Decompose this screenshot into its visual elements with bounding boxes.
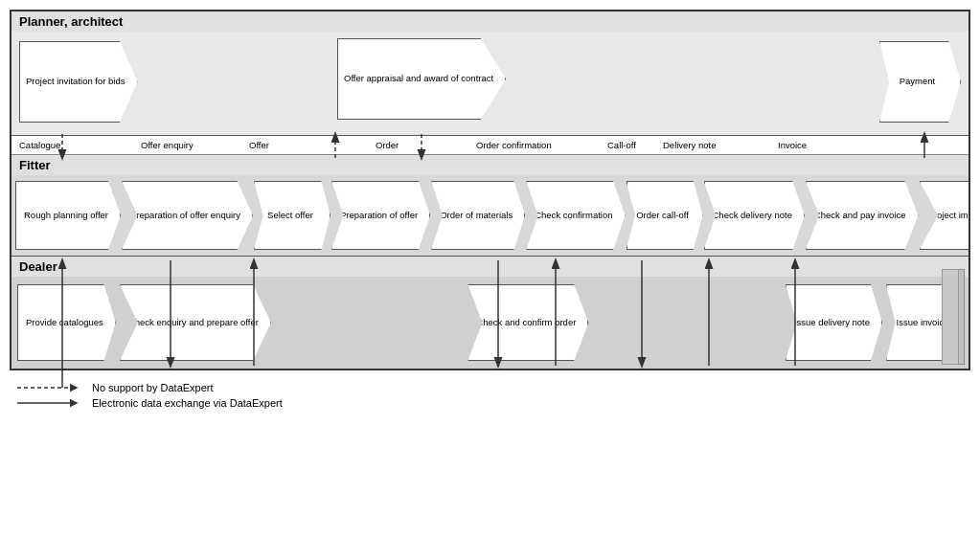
legend: No support by DataExpert Electronic data…	[10, 378, 970, 413]
legend-solid-label: Electronic data exchange via DataExpert	[92, 397, 283, 409]
dealer-title: Dealer	[11, 257, 969, 277]
planner-title: Planner, architect	[11, 11, 969, 32]
fitter-label-f6: Check confirmation	[535, 210, 612, 221]
dealer-label-d4: Issue delivery note	[794, 317, 870, 328]
label-offer: Offer	[249, 140, 269, 150]
fitter-shape-f3: Select offer	[254, 181, 330, 250]
label-offer-enquiry: Offer enquiry	[141, 140, 194, 150]
fitter-shape-f5: Order of materials	[431, 181, 525, 250]
dealer-content: Provide catalogues Check enquiry and pre…	[11, 277, 969, 369]
fitter-label-f1: Rough planning offer	[24, 210, 108, 221]
fitter-label-f8: Check delivery note	[713, 210, 792, 221]
fitter-lane: Fitter Rough planning offer Preparation …	[11, 155, 969, 257]
fitter-shape-f10: Project implementation and billing	[920, 181, 969, 250]
diagram-outer: Planner, architect Project invitation fo…	[10, 10, 970, 370]
label-catalogue: Catalogue	[19, 140, 60, 150]
legend-solid: Electronic data exchange via DataExpert	[17, 397, 963, 409]
planner-label-p2: Offer appraisal and award of contract	[344, 73, 493, 84]
legend-dashed-label: No support by DataExpert	[92, 382, 214, 393]
fitter-label-f5: Order of materials	[440, 210, 513, 221]
flow-labels-top: Catalogue Offer enquiry Offer Order Orde…	[11, 136, 969, 155]
dealer-shape-d4: Issue delivery note	[786, 284, 882, 361]
solid-line-icon	[17, 397, 84, 409]
label-order: Order	[376, 140, 399, 150]
label-call-off: Call-off	[607, 140, 636, 150]
dealer-shape-d3: Check and confirm order	[467, 284, 588, 361]
fitter-label-f4: Preparation of offer	[340, 210, 418, 221]
dealer-label-d1: Provide catalogues	[26, 317, 103, 328]
fitter-shape-f9: Check and pay invoice	[806, 181, 919, 250]
planner-shape-p1: Project invitation for bids	[19, 41, 138, 123]
fitter-shape-f6: Check confirmation	[526, 181, 625, 250]
fitter-label-f10: Project implementation and billing	[928, 210, 969, 221]
fitter-label-f7: Order call-off	[636, 210, 689, 221]
fitter-shape-f4: Preparation of offer	[331, 181, 430, 250]
label-order-confirmation: Order confirmation	[476, 140, 552, 150]
dealer-label-d3: Check and confirm order	[476, 317, 576, 328]
diagram-wrapper: Planner, architect Project invitation fo…	[10, 10, 970, 370]
fitter-shape-f8: Check delivery note	[704, 181, 805, 250]
planner-shape-p2: Offer appraisal and award of contract	[337, 38, 506, 120]
dealer-label-d2: Check enquiry and prepare offer	[128, 317, 259, 328]
label-invoice: Invoice	[778, 140, 807, 150]
legend-dashed: No support by DataExpert	[17, 382, 963, 393]
fitter-label-f9: Check and pay invoice	[814, 210, 906, 221]
planner-label-p3: Payment	[900, 76, 936, 87]
label-delivery-note: Delivery note	[663, 140, 716, 150]
planner-shape-p3: Payment	[879, 41, 961, 123]
fitter-shape-f2: Preparation of offer enquiry	[122, 181, 253, 250]
fitter-content: Rough planning offer Preparation of offe…	[11, 175, 969, 256]
fitter-label-f2: Preparation of offer enquiry	[130, 210, 240, 221]
planner-lane: Planner, architect Project invitation fo…	[11, 11, 969, 136]
dealer-lane: Dealer Provide catalogues Check enquiry …	[11, 257, 969, 369]
fitter-label-f3: Select offer	[267, 210, 313, 221]
dashed-line-icon	[17, 382, 84, 393]
dealer-shape-d1: Provide catalogues	[17, 284, 116, 361]
fitter-shape-f7: Order call-off	[627, 181, 703, 250]
fitter-shape-f1: Rough planning offer	[15, 181, 121, 250]
fitter-title: Fitter	[11, 155, 969, 175]
planner-label-p1: Project invitation for bids	[26, 76, 125, 87]
dealer-shape-d2: Check enquiry and prepare offer	[120, 284, 271, 361]
